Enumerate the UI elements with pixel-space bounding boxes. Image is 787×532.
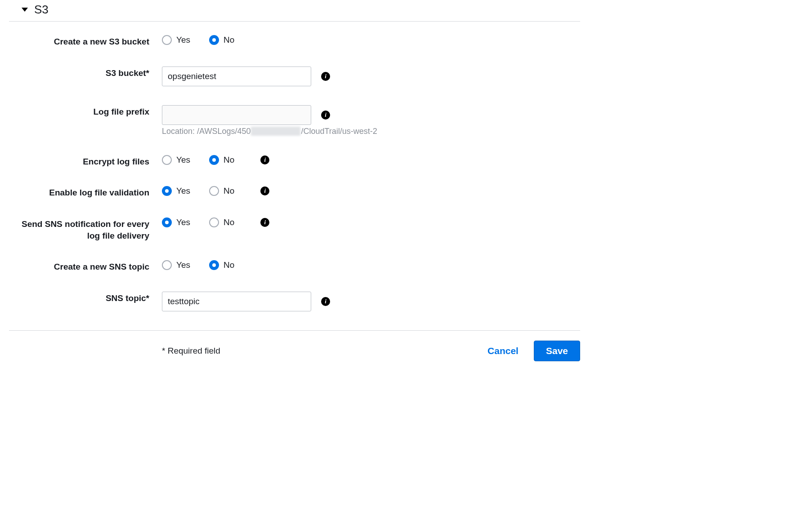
info-icon[interactable]: i xyxy=(260,186,269,195)
info-icon[interactable]: i xyxy=(260,218,269,227)
radio-icon xyxy=(162,186,172,196)
radio-group-validation: Yes No xyxy=(162,186,234,196)
radio-label-yes: Yes xyxy=(176,217,190,227)
radio-label-yes: Yes xyxy=(176,260,190,270)
radio-label-yes: Yes xyxy=(176,186,190,196)
save-button[interactable]: Save xyxy=(534,341,580,361)
row-encrypt: Encrypt log files Yes No i xyxy=(9,155,580,168)
radio-sns-notify-yes[interactable]: Yes xyxy=(162,217,190,227)
radio-create-bucket-no[interactable]: No xyxy=(209,35,234,45)
log-prefix-hint: Location: /AWSLogs/450 /CloudTrail/us-we… xyxy=(162,127,580,136)
row-s3-bucket: S3 bucket* i xyxy=(9,66,580,86)
row-validation: Enable log file validation Yes No i xyxy=(9,186,580,199)
sns-topic-input[interactable] xyxy=(162,292,311,311)
row-create-bucket: Create a new S3 bucket Yes No xyxy=(9,35,580,48)
radio-icon xyxy=(209,217,219,227)
radio-group-encrypt: Yes No xyxy=(162,155,234,165)
radio-group-create-bucket: Yes No xyxy=(162,35,234,45)
radio-validation-yes[interactable]: Yes xyxy=(162,186,190,196)
radio-icon xyxy=(162,35,172,45)
radio-encrypt-no[interactable]: No xyxy=(209,155,234,165)
label-create-bucket: Create a new S3 bucket xyxy=(9,35,162,48)
radio-icon xyxy=(162,217,172,227)
info-icon[interactable]: i xyxy=(321,72,330,81)
required-note: * Required field xyxy=(162,346,220,356)
info-icon[interactable]: i xyxy=(321,297,330,306)
label-create-topic: Create a new SNS topic xyxy=(9,260,162,273)
radio-label-no: No xyxy=(224,35,234,45)
label-validation: Enable log file validation xyxy=(9,186,162,199)
radio-validation-no[interactable]: No xyxy=(209,186,234,196)
label-s3-bucket: S3 bucket* xyxy=(9,66,162,79)
radio-encrypt-yes[interactable]: Yes xyxy=(162,155,190,165)
hint-suffix: /CloudTrail/us-west-2 xyxy=(301,127,377,136)
label-sns-topic: SNS topic* xyxy=(9,292,162,304)
redacted-icon xyxy=(251,127,300,136)
row-sns-topic: SNS topic* i xyxy=(9,292,580,311)
radio-icon xyxy=(209,186,219,196)
radio-icon xyxy=(209,155,219,165)
radio-group-create-topic: Yes No xyxy=(162,260,234,270)
row-sns-notify: Send SNS notification for every log file… xyxy=(9,217,580,241)
radio-label-yes: Yes xyxy=(176,35,190,45)
section-header-s3[interactable]: S3 xyxy=(9,0,580,22)
row-log-prefix: Log file prefix i xyxy=(9,105,580,125)
radio-create-topic-no[interactable]: No xyxy=(209,260,234,270)
row-create-topic: Create a new SNS topic Yes No xyxy=(9,260,580,273)
hint-prefix: Location: /AWSLogs/450 xyxy=(162,127,250,136)
cancel-button[interactable]: Cancel xyxy=(484,342,522,360)
radio-label-no: No xyxy=(224,186,234,196)
radio-icon xyxy=(209,260,219,270)
radio-label-yes: Yes xyxy=(176,155,190,165)
label-sns-notify: Send SNS notification for every log file… xyxy=(9,217,162,241)
footer-actions: Cancel Save xyxy=(484,341,580,361)
s3-bucket-input[interactable] xyxy=(162,66,311,86)
label-log-prefix: Log file prefix xyxy=(9,105,162,118)
info-icon[interactable]: i xyxy=(321,111,330,120)
radio-label-no: No xyxy=(224,155,234,165)
radio-create-bucket-yes[interactable]: Yes xyxy=(162,35,190,45)
info-icon[interactable]: i xyxy=(260,155,269,164)
radio-sns-notify-no[interactable]: No xyxy=(209,217,234,227)
radio-group-sns-notify: Yes No xyxy=(162,217,234,227)
radio-icon xyxy=(162,260,172,270)
radio-create-topic-yes[interactable]: Yes xyxy=(162,260,190,270)
radio-icon xyxy=(162,155,172,165)
footer-bar: * Required field Cancel Save xyxy=(9,330,580,361)
radio-label-no: No xyxy=(224,217,234,227)
caret-down-icon xyxy=(22,8,28,12)
label-encrypt: Encrypt log files xyxy=(9,155,162,168)
radio-icon xyxy=(209,35,219,45)
log-prefix-input[interactable] xyxy=(162,105,311,125)
section-title: S3 xyxy=(34,3,49,17)
radio-label-no: No xyxy=(224,260,234,270)
